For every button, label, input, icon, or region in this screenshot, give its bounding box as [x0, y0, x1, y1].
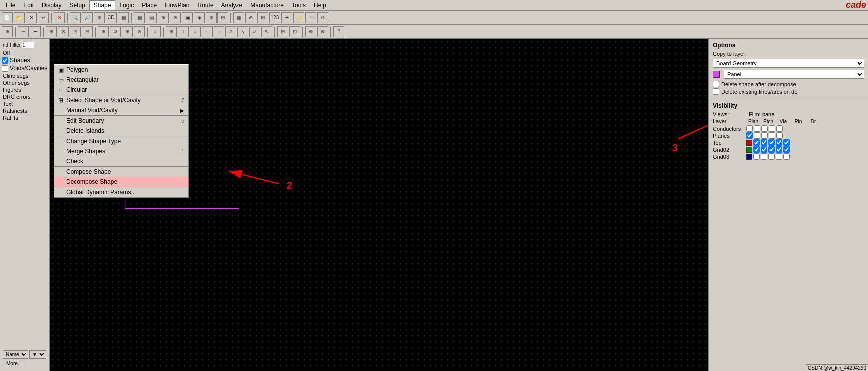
toolbar-b4[interactable]: ⊗ [170, 12, 181, 23]
toolbar2-b5[interactable]: ⊠ [58, 26, 69, 37]
gnd03-p5[interactable] [783, 153, 790, 160]
gnd03-p1[interactable] [753, 153, 760, 160]
cline-segs-item[interactable]: Cline segs [1, 72, 48, 79]
toolbar2-b23[interactable]: ⊡ [289, 26, 300, 37]
conductors-plan[interactable] [746, 125, 753, 132]
planes-plan[interactable] [746, 132, 753, 139]
toolbar-c1[interactable]: ▦ [233, 12, 244, 23]
gnd02-p3[interactable] [768, 146, 775, 153]
toolbar-c8[interactable]: ⊘ [317, 12, 328, 23]
toolbar2-b21[interactable]: ↖ [261, 26, 272, 37]
planes-via[interactable] [761, 132, 768, 139]
toolbar2-b24[interactable]: ⊕ [305, 26, 316, 37]
menu-select-shape[interactable]: ⊞ Select Shape or Void/Cavity 7 [54, 95, 188, 105]
toolbar-c5[interactable]: ☀ [281, 12, 292, 23]
planes-pin[interactable] [769, 132, 775, 139]
toolbar-c2[interactable]: ⊕ [245, 12, 256, 23]
menu-setup[interactable]: Setup [65, 1, 89, 10]
other-segs-item[interactable]: Other segs [1, 79, 48, 86]
name-dropdown[interactable]: Name [3, 350, 28, 359]
toolbar2-b8[interactable]: ⊕ [98, 26, 109, 37]
toolbar-b3[interactable]: ⊕ [158, 12, 169, 23]
toolbar2-b18[interactable]: ↗ [225, 26, 236, 37]
voids-checkbox-row[interactable]: Voids/Cavities [1, 64, 48, 72]
menu-shape[interactable]: Shape [89, 0, 116, 10]
toolbar2-b3[interactable]: ⊢ [30, 26, 41, 37]
menu-route[interactable]: Route [194, 1, 217, 10]
figures-item[interactable]: Figures [1, 86, 48, 93]
toolbar2-b15[interactable]: ↓ [190, 26, 201, 37]
gnd02-p2[interactable] [761, 146, 767, 153]
delete-shape-checkbox[interactable] [713, 81, 719, 87]
menu-flowplan[interactable]: FlowPlan [161, 1, 193, 10]
toolbar2-b14[interactable]: ↑ [178, 26, 189, 37]
toolbar2-b2[interactable]: ⊣ [18, 26, 29, 37]
toolbar-b1[interactable]: ▦ [134, 12, 145, 23]
toolbar2-b16[interactable]: ← [202, 26, 213, 37]
menu-help[interactable]: Help [310, 1, 330, 10]
voids-checkbox[interactable] [2, 65, 8, 72]
toolbar2-b11[interactable]: ⊗ [134, 26, 145, 37]
toolbar-c7[interactable]: ⧖ [305, 12, 316, 23]
menu-polygon[interactable]: ▣ Polygon [54, 65, 188, 75]
top-p2[interactable] [761, 139, 767, 146]
toolbar-new[interactable]: 📄 [2, 12, 13, 23]
toolbar2-help[interactable]: ? [333, 26, 344, 37]
toolbar-3d[interactable]: 3D [106, 12, 117, 23]
toolbar2-b17[interactable]: → [214, 26, 224, 37]
sort-dropdown[interactable]: ▼ [29, 350, 46, 359]
toolbar-zoom-fit[interactable]: ⊞ [94, 12, 105, 23]
more-button[interactable]: More... [3, 360, 25, 367]
menu-analyze[interactable]: Analyze [217, 1, 247, 10]
menu-manufacture[interactable]: Manufacture [246, 1, 288, 10]
toolbar2-b12[interactable]: ↕ [150, 26, 161, 37]
gnd02-p1[interactable] [753, 146, 760, 153]
conductors-etch[interactable] [754, 125, 760, 132]
ratsnests-item[interactable]: Ratsnests [1, 107, 48, 114]
toolbar2-b6[interactable]: ⊡ [70, 26, 81, 37]
toolbar-redx[interactable]: ✕ [54, 12, 65, 23]
menu-edit-boundary[interactable]: Edit Boundary e [54, 116, 188, 126]
toolbar-b6[interactable]: ◈ [194, 12, 205, 23]
toolbar-close[interactable]: ✕ [26, 12, 37, 23]
toolbar-b7[interactable]: ⊞ [206, 12, 217, 23]
shapes-checkbox-row[interactable]: Shapes [1, 56, 48, 64]
conductors-pin[interactable] [769, 125, 775, 132]
top-p4[interactable] [776, 139, 782, 146]
drc-errors-item[interactable]: DRC errors [1, 93, 48, 100]
panel-select[interactable]: Panel [724, 70, 864, 79]
toolbar-b5[interactable]: ▣ [182, 12, 193, 23]
toolbar-c6[interactable]: 🌙 [293, 12, 304, 23]
toolbar-zoom-in[interactable]: 🔍 [70, 12, 81, 23]
menu-delete-islands[interactable]: Delete Islands [54, 126, 188, 136]
toolbar2-b10[interactable]: ⊞ [122, 26, 133, 37]
toolbar-undo[interactable]: ↩ [38, 12, 49, 23]
menu-edit[interactable]: Edit [19, 1, 38, 10]
gnd02-p4[interactable] [776, 146, 782, 153]
menu-manual-void[interactable]: Manual Void/Cavity ▶ [54, 105, 188, 115]
toolbar2-b1[interactable]: ⊕ [2, 26, 13, 37]
delete-lines-checkbox[interactable] [713, 88, 719, 95]
toolbar2-b20[interactable]: ↙ [249, 26, 260, 37]
planes-dr[interactable] [776, 132, 783, 139]
planes-etch[interactable] [754, 132, 760, 139]
toolbar2-b22[interactable]: ⊞ [277, 26, 288, 37]
menu-merge-shapes[interactable]: Merge Shapes 1 [54, 146, 188, 156]
menu-file[interactable]: File [2, 1, 19, 10]
board-geometry-select[interactable]: Board Geometry [713, 59, 864, 68]
toolbar-open[interactable]: 📂 [14, 12, 25, 23]
toolbar-c3[interactable]: ⊞ [257, 12, 268, 23]
menu-change-shape-type[interactable]: Change Shape Type [54, 136, 188, 146]
toolbar-b2[interactable]: ▤ [146, 12, 157, 23]
menu-decompose-shape[interactable]: Decompose Shape [54, 177, 188, 187]
gnd03-p3[interactable] [768, 153, 775, 160]
menu-place[interactable]: Place [138, 1, 161, 10]
toolbar2-b13[interactable]: ⊞ [166, 26, 177, 37]
top-p1[interactable] [753, 139, 760, 146]
toolbar2-b25[interactable]: ⊗ [317, 26, 328, 37]
filter-input[interactable] [22, 42, 34, 48]
toolbar2-b7[interactable]: ⊟ [82, 26, 93, 37]
conductors-via[interactable] [761, 125, 768, 132]
menu-tools[interactable]: Tools [288, 1, 310, 10]
toolbar-grid[interactable]: ▦ [118, 12, 129, 23]
